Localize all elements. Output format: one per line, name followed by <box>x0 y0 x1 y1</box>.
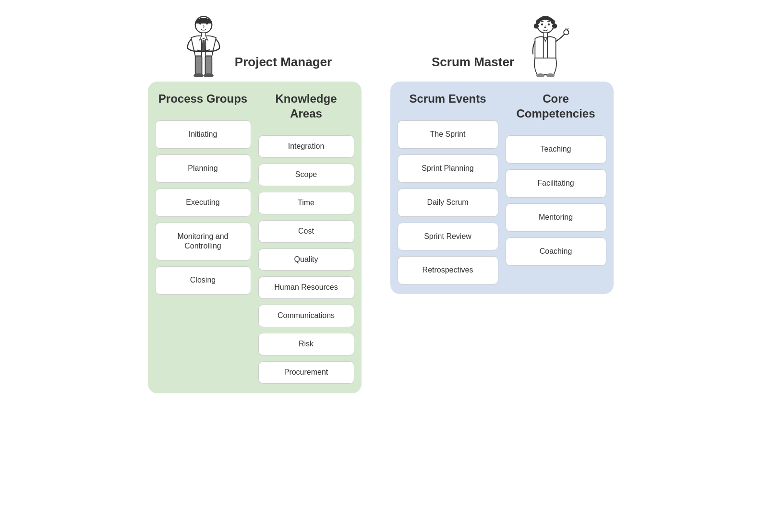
list-item: Planning <box>155 154 251 183</box>
list-item: Daily Scrum <box>398 189 498 217</box>
svg-point-10 <box>552 24 557 28</box>
list-item: Procurement <box>258 361 354 384</box>
list-item: Human Resources <box>258 276 354 299</box>
list-item: Facilitating <box>506 169 606 198</box>
process-groups-title: Process Groups <box>158 91 247 106</box>
svg-rect-15 <box>544 33 548 37</box>
pm-header-row: Project Manager <box>177 14 332 77</box>
sm-title: Scrum Master <box>432 55 514 70</box>
pm-section: Project Manager Process Groups Initiatin… <box>148 14 362 393</box>
svg-rect-5 <box>205 56 212 75</box>
list-item: Monitoring and Controlling <box>155 223 251 261</box>
list-item: Coaching <box>506 237 606 266</box>
list-item: Communications <box>258 305 354 327</box>
svg-point-12 <box>551 20 555 24</box>
sm-header: Scrum Master <box>432 14 572 77</box>
list-item: Executing <box>155 189 251 217</box>
svg-point-9 <box>534 24 539 28</box>
process-groups-column: Process Groups Initiating Planning Execu… <box>155 91 251 384</box>
list-item: Teaching <box>506 135 606 164</box>
sm-section: Scrum Master <box>390 14 614 294</box>
svg-rect-4 <box>195 56 202 75</box>
core-competencies-list: Teaching Facilitating Mentoring Coaching <box>506 135 606 265</box>
list-item: Time <box>258 192 354 214</box>
scrum-events-title: Scrum Events <box>409 91 486 106</box>
list-item: Quality <box>258 248 354 271</box>
svg-point-2 <box>206 23 208 24</box>
svg-point-13 <box>541 24 543 25</box>
list-item: Cost <box>258 220 354 243</box>
list-item: Retrospectives <box>398 256 498 284</box>
man-figure-icon <box>177 14 230 77</box>
pm-header: Project Manager <box>148 14 362 77</box>
pm-title: Project Manager <box>235 55 332 70</box>
knowledge-areas-title: Knowledge Areas <box>258 91 354 121</box>
sm-blue-panel: Scrum Events The Sprint Sprint Planning … <box>390 82 614 294</box>
list-item: Scope <box>258 164 354 186</box>
scrum-events-column: Scrum Events The Sprint Sprint Planning … <box>398 91 498 284</box>
svg-point-1 <box>199 23 201 24</box>
list-item: Sprint Review <box>398 223 498 251</box>
woman-figure-icon <box>519 14 572 77</box>
core-competencies-title: Core Competencies <box>506 91 606 121</box>
core-competencies-column: Core Competencies Teaching Facilitating … <box>506 91 606 284</box>
list-item: Sprint Planning <box>398 154 498 183</box>
svg-point-16 <box>564 30 568 35</box>
pm-green-panel: Process Groups Initiating Planning Execu… <box>148 82 362 393</box>
svg-point-11 <box>536 20 540 24</box>
knowledge-areas-column: Knowledge Areas Integration Scope Time C… <box>258 91 354 384</box>
sm-header-row: Scrum Master <box>432 14 572 77</box>
scrum-events-list: The Sprint Sprint Planning Daily Scrum S… <box>398 120 498 284</box>
list-item: Risk <box>258 333 354 355</box>
process-groups-list: Initiating Planning Executing Monitoring… <box>155 120 251 295</box>
list-item: Mentoring <box>506 203 606 232</box>
list-item: The Sprint <box>398 120 498 149</box>
list-item: Closing <box>155 266 251 295</box>
knowledge-areas-list: Integration Scope Time Cost Quality Huma… <box>258 135 354 383</box>
list-item: Integration <box>258 135 354 158</box>
svg-point-14 <box>548 24 550 25</box>
page-wrapper: Project Manager Process Groups Initiatin… <box>10 10 751 393</box>
list-item: Initiating <box>155 120 251 149</box>
